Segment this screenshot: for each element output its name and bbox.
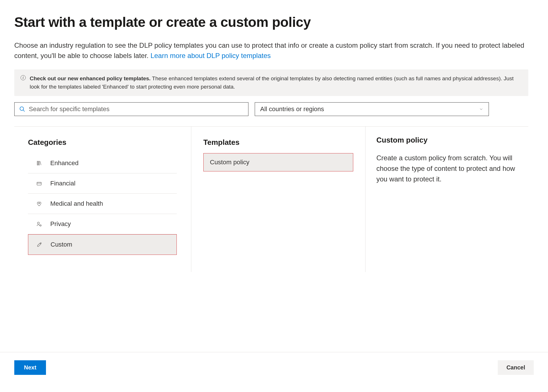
info-icon-wrapper: i	[21, 75, 26, 80]
columns-wrapper: Categories Enhanced	[14, 126, 528, 272]
category-item-medical[interactable]: Medical and health	[28, 194, 177, 214]
svg-rect-3	[39, 161, 39, 165]
detail-title: Custom policy	[376, 136, 520, 145]
categories-heading: Categories	[14, 138, 191, 147]
search-icon	[19, 106, 25, 112]
category-label: Privacy	[50, 220, 71, 228]
enhanced-icon	[36, 160, 42, 166]
learn-more-link[interactable]: Learn more about DLP policy templates	[150, 52, 271, 59]
svg-rect-5	[37, 182, 41, 185]
privacy-icon	[36, 221, 42, 227]
templates-heading: Templates	[203, 138, 353, 147]
category-item-enhanced[interactable]: Enhanced	[28, 153, 177, 173]
svg-point-8	[40, 225, 41, 226]
page-title: Start with a template or create a custom…	[14, 14, 528, 30]
search-input[interactable]	[29, 105, 244, 113]
category-item-financial[interactable]: Financial	[28, 173, 177, 194]
template-label: Custom policy	[210, 159, 249, 166]
svg-point-9	[40, 243, 41, 243]
category-item-custom[interactable]: Custom	[28, 234, 177, 255]
region-select[interactable]: All countries or regions	[255, 102, 489, 116]
category-label: Custom	[51, 241, 72, 248]
custom-icon	[36, 241, 43, 248]
footer-bar: Next Cancel	[0, 352, 548, 375]
svg-point-0	[20, 107, 24, 111]
detail-column: Custom policy Create a custom policy fro…	[366, 127, 528, 272]
category-item-privacy[interactable]: Privacy	[28, 214, 177, 234]
info-banner-bold: Check out our new enhanced policy templa…	[30, 75, 150, 81]
detail-description: Create a custom policy from scratch. You…	[376, 153, 520, 185]
svg-point-7	[37, 222, 39, 224]
page-description: Choose an industry regulation to see the…	[14, 40, 528, 61]
medical-icon	[36, 201, 42, 207]
cancel-button[interactable]: Cancel	[498, 360, 534, 375]
info-banner-text: Check out our new enhanced policy templa…	[30, 75, 522, 91]
next-button[interactable]: Next	[14, 360, 46, 375]
template-item-custom-policy[interactable]: Custom policy	[203, 153, 353, 171]
svg-rect-2	[37, 161, 38, 165]
category-label: Medical and health	[50, 200, 103, 207]
svg-line-1	[23, 110, 25, 112]
category-label: Enhanced	[50, 159, 79, 167]
info-icon: i	[21, 75, 26, 80]
search-box[interactable]	[14, 102, 248, 116]
categories-column: Categories Enhanced	[14, 127, 191, 272]
category-label: Financial	[50, 180, 75, 187]
financial-icon	[36, 180, 42, 187]
chevron-down-icon	[479, 107, 483, 111]
info-banner: i Check out our new enhanced policy temp…	[14, 69, 528, 96]
filter-row: All countries or regions	[14, 102, 528, 116]
region-selected-value: All countries or regions	[260, 105, 324, 113]
svg-line-4	[40, 161, 41, 165]
category-list: Enhanced Financial	[14, 153, 191, 255]
templates-column: Templates Custom policy	[191, 127, 366, 272]
